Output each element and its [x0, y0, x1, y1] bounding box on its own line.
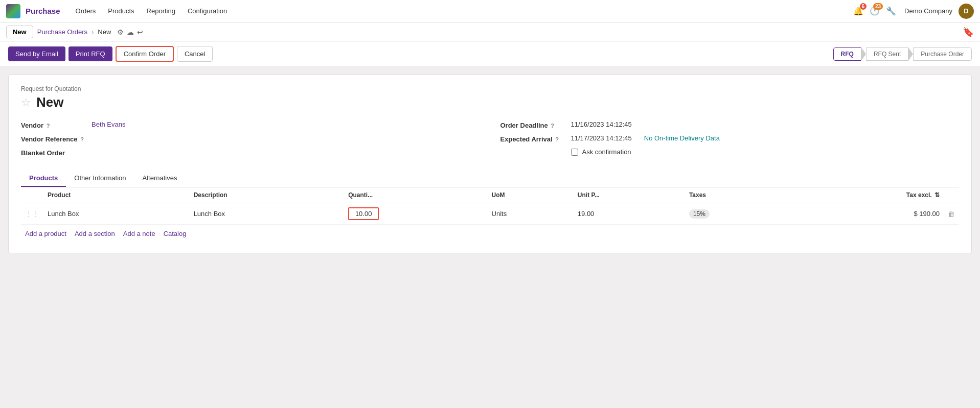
breadcrumb-parent[interactable]: Purchase Orders	[37, 28, 87, 36]
upload-icon[interactable]: ☁	[127, 28, 134, 36]
blanket-order-field: Blanket Order	[21, 148, 480, 157]
nav-icons-group: 🔔 6 🕐 23 🔧 Demo Company D	[853, 4, 974, 19]
reorder-icon[interactable]: ⇅	[935, 191, 940, 199]
new-button[interactable]: New	[6, 26, 33, 38]
add-row-links: Add a product Add a section Add a note C…	[21, 225, 959, 243]
tax-excl-col-header: Tax excl. ⇅	[791, 187, 944, 203]
vendor-field: Vendor ? Beth Evans	[21, 121, 480, 129]
app-logo	[6, 4, 20, 18]
bookmark-icon[interactable]: 🔖	[963, 27, 974, 38]
breadcrumb-current: New	[98, 28, 111, 36]
taxes-cell: 15%	[685, 203, 791, 225]
wrench-icon: 🔧	[886, 6, 896, 16]
description-cell[interactable]: Lunch Box	[190, 203, 345, 225]
blanket-order-label: Blanket Order	[21, 148, 87, 157]
expected-arrival-help-icon[interactable]: ?	[555, 136, 559, 142]
table-header-row: Product Description Quanti... UoM Unit P…	[21, 187, 959, 203]
breadcrumb-separator: ›	[92, 28, 94, 36]
drag-handle-icon[interactable]: ⋮⋮	[25, 210, 39, 218]
confirm-order-button[interactable]: Confirm Order	[116, 46, 174, 62]
notifications-bell[interactable]: 🔔 6	[853, 6, 863, 16]
quantity-col-header: Quanti...	[344, 187, 487, 203]
clock-badge: 23	[873, 3, 883, 10]
unit-price-cell[interactable]: 19.00	[574, 203, 685, 225]
form-left-col: Vendor ? Beth Evans Vendor Reference ? B…	[21, 121, 480, 162]
form-title: New	[36, 94, 63, 110]
ask-confirmation-field: Ask confirmation	[500, 148, 960, 156]
delete-col-header	[944, 187, 959, 203]
top-navigation: Purchase Orders Products Reporting Confi…	[0, 0, 980, 22]
drag-col-header	[21, 187, 43, 203]
vendor-help-icon[interactable]: ?	[47, 123, 50, 129]
vendor-reference-field: Vendor Reference ?	[21, 134, 480, 143]
order-deadline-help-icon[interactable]: ?	[551, 123, 554, 129]
status-rfq[interactable]: RFQ	[833, 47, 861, 61]
status-rfq-sent[interactable]: RFQ Sent	[866, 47, 908, 61]
quantity-cell[interactable]: 10.00	[344, 203, 487, 225]
form-title-row: ☆ New	[21, 94, 959, 110]
vendor-ref-help-icon[interactable]: ?	[80, 136, 84, 142]
vendor-label: Vendor ?	[21, 121, 87, 129]
ask-confirmation-label-spacer	[500, 148, 567, 149]
undo-icon[interactable]: ↩	[137, 28, 143, 36]
ask-confirmation-checkbox[interactable]	[571, 149, 578, 156]
cancel-button[interactable]: Cancel	[177, 46, 213, 62]
order-deadline-value[interactable]: 11/16/2023 14:12:45	[571, 121, 632, 128]
vendor-reference-label: Vendor Reference ?	[21, 134, 87, 143]
company-name: Demo Company	[904, 7, 952, 15]
taxes-col-header: Taxes	[685, 187, 791, 203]
drag-handle-cell: ⋮⋮	[21, 203, 43, 225]
breadcrumb-bar: New Purchase Orders › New ⚙ ☁ ↩ 🔖	[0, 22, 980, 42]
description-col-header: Description	[190, 187, 345, 203]
settings-gear-icon[interactable]: ⚙	[117, 28, 124, 36]
main-content: Request for Quotation ☆ New Vendor ? Bet…	[0, 66, 980, 261]
form-card: Request for Quotation ☆ New Vendor ? Bet…	[8, 75, 972, 253]
tabs-bar: Products Other Information Alternatives	[21, 170, 959, 187]
status-flow: RFQ RFQ Sent Purchase Order	[833, 47, 972, 61]
tax-badge[interactable]: 15%	[689, 209, 710, 219]
add-product-link[interactable]: Add a product	[25, 230, 66, 237]
nav-orders[interactable]: Orders	[71, 4, 101, 18]
ask-confirmation-checkbox-row: Ask confirmation	[571, 148, 631, 156]
product-cell[interactable]: Lunch Box	[43, 203, 190, 225]
delivery-data-value[interactable]: No On-time Delivery Data	[644, 134, 720, 142]
status-purchase-order[interactable]: Purchase Order	[913, 47, 972, 61]
catalog-link[interactable]: Catalog	[164, 230, 187, 237]
unit-price-col-header: Unit P...	[574, 187, 685, 203]
delete-cell: 🗑	[944, 203, 959, 225]
app-name[interactable]: Purchase	[26, 7, 60, 15]
nav-reporting[interactable]: Reporting	[142, 4, 180, 18]
add-note-link[interactable]: Add a note	[123, 230, 155, 237]
order-deadline-field: Order Deadline ? 11/16/2023 14:12:45	[500, 121, 960, 129]
activity-clock[interactable]: 🕐 23	[870, 6, 880, 16]
nav-products[interactable]: Products	[103, 4, 139, 18]
tab-products[interactable]: Products	[21, 170, 66, 187]
expected-arrival-value[interactable]: 11/17/2023 14:12:45	[571, 134, 632, 142]
send-by-email-button[interactable]: Send by Email	[8, 46, 65, 61]
product-col-header: Product	[43, 187, 190, 203]
nav-configuration[interactable]: Configuration	[183, 4, 232, 18]
products-table: Product Description Quanti... UoM Unit P…	[21, 187, 959, 225]
breadcrumb-icons: ⚙ ☁ ↩	[117, 28, 143, 36]
uom-col-header: UoM	[488, 187, 574, 203]
order-deadline-label: Order Deadline ?	[500, 121, 567, 129]
expected-arrival-field: Expected Arrival ? 11/17/2023 14:12:45 N…	[500, 134, 960, 143]
tax-excl-cell: $ 190.00	[791, 203, 944, 225]
form-right-col: Order Deadline ? 11/16/2023 14:12:45 Exp…	[500, 121, 960, 162]
add-section-link[interactable]: Add a section	[75, 230, 115, 237]
form-fields: Vendor ? Beth Evans Vendor Reference ? B…	[21, 121, 959, 162]
print-rfq-button[interactable]: Print RFQ	[69, 46, 112, 61]
settings-wrench[interactable]: 🔧	[886, 6, 896, 16]
user-avatar[interactable]: D	[959, 4, 974, 19]
delete-row-icon[interactable]: 🗑	[948, 210, 955, 218]
ask-confirmation-label: Ask confirmation	[582, 148, 631, 156]
favorite-star-icon[interactable]: ☆	[21, 96, 31, 109]
expected-arrival-label: Expected Arrival ?	[500, 134, 567, 143]
status-arrow-2	[908, 47, 913, 61]
table-row: ⋮⋮ Lunch Box Lunch Box 10.00 Units 19.00…	[21, 203, 959, 225]
uom-cell[interactable]: Units	[488, 203, 574, 225]
vendor-value[interactable]: Beth Evans	[92, 121, 126, 128]
quantity-value[interactable]: 10.00	[348, 207, 379, 220]
tab-other-information[interactable]: Other Information	[66, 170, 134, 187]
tab-alternatives[interactable]: Alternatives	[134, 170, 186, 187]
